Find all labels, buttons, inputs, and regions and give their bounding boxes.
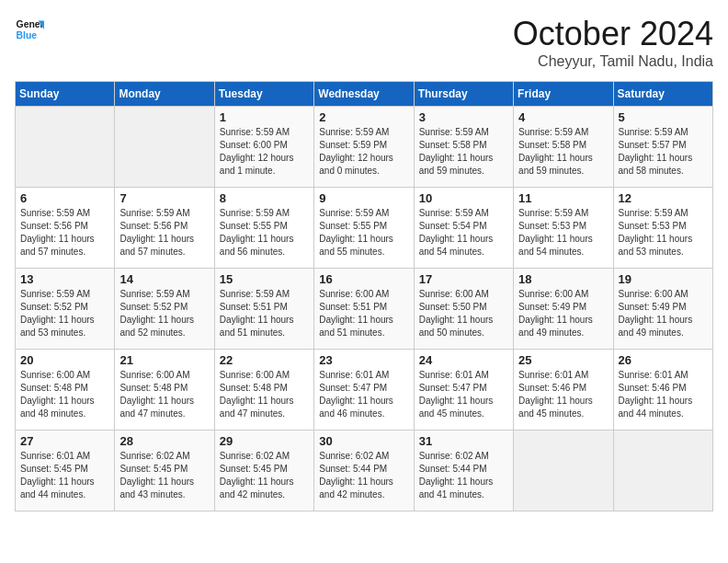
day-info: Sunrise: 6:02 AM Sunset: 5:45 PM Dayligh… [220,450,309,501]
calendar-cell: 14Sunrise: 5:59 AM Sunset: 5:52 PM Dayli… [115,269,214,350]
day-of-week-header: Thursday [414,82,513,107]
day-of-week-header: Tuesday [214,82,313,107]
calendar-cell: 28Sunrise: 6:02 AM Sunset: 5:45 PM Dayli… [115,431,214,511]
day-info: Sunrise: 5:59 AM Sunset: 5:58 PM Dayligh… [518,126,608,178]
calendar-cell: 16Sunrise: 6:00 AM Sunset: 5:51 PM Dayli… [314,269,414,350]
calendar-cell: 17Sunrise: 6:00 AM Sunset: 5:50 PM Dayli… [414,269,513,350]
day-info: Sunrise: 5:59 AM Sunset: 5:55 PM Dayligh… [319,207,408,259]
day-of-week-header: Sunday [16,82,115,107]
logo-icon: General Blue [15,15,44,44]
day-number: 2 [319,110,408,124]
day-info: Sunrise: 5:59 AM Sunset: 5:51 PM Dayligh… [220,288,309,339]
logo: General Blue [15,15,44,44]
day-info: Sunrise: 5:59 AM Sunset: 5:54 PM Dayligh… [419,207,508,259]
calendar-week-row: 13Sunrise: 5:59 AM Sunset: 5:52 PM Dayli… [16,269,713,350]
day-number: 4 [518,110,608,124]
day-info: Sunrise: 5:59 AM Sunset: 5:59 PM Dayligh… [319,126,408,178]
calendar-header-row: SundayMondayTuesdayWednesdayThursdayFrid… [16,82,713,107]
day-info: Sunrise: 6:01 AM Sunset: 5:47 PM Dayligh… [319,369,408,420]
day-of-week-header: Wednesday [314,82,414,107]
calendar-cell: 27Sunrise: 6:01 AM Sunset: 5:45 PM Dayli… [16,431,115,511]
day-number: 28 [119,434,209,448]
day-info: Sunrise: 5:59 AM Sunset: 5:52 PM Dayligh… [119,288,209,339]
day-number: 9 [319,191,408,205]
calendar-cell: 15Sunrise: 5:59 AM Sunset: 5:51 PM Dayli… [214,269,313,350]
calendar-cell [613,431,712,511]
calendar-cell [16,107,115,188]
calendar-cell: 4Sunrise: 5:59 AM Sunset: 5:58 PM Daylig… [514,107,613,188]
month-title: October 2024 [513,15,713,53]
day-number: 5 [619,110,708,124]
day-number: 30 [319,434,408,448]
day-info: Sunrise: 6:02 AM Sunset: 5:44 PM Dayligh… [419,450,508,501]
calendar-cell: 20Sunrise: 6:00 AM Sunset: 5:48 PM Dayli… [16,350,115,431]
calendar-cell: 30Sunrise: 6:02 AM Sunset: 5:44 PM Dayli… [314,431,414,511]
calendar-cell: 8Sunrise: 5:59 AM Sunset: 5:55 PM Daylig… [214,188,313,269]
day-number: 20 [20,353,109,367]
calendar-cell: 11Sunrise: 5:59 AM Sunset: 5:53 PM Dayli… [514,188,613,269]
day-number: 3 [419,110,508,124]
page-header: General Blue October 2024 Cheyyur, Tamil… [15,15,713,70]
calendar-cell: 24Sunrise: 6:01 AM Sunset: 5:47 PM Dayli… [414,350,513,431]
calendar-cell: 1Sunrise: 5:59 AM Sunset: 6:00 PM Daylig… [214,107,313,188]
day-info: Sunrise: 5:59 AM Sunset: 5:53 PM Dayligh… [518,207,608,259]
day-number: 25 [518,353,608,367]
calendar-week-row: 20Sunrise: 6:00 AM Sunset: 5:48 PM Dayli… [16,350,713,431]
day-number: 6 [20,191,109,205]
calendar-cell: 12Sunrise: 5:59 AM Sunset: 5:53 PM Dayli… [613,188,712,269]
day-number: 31 [419,434,508,448]
day-number: 21 [119,353,209,367]
day-info: Sunrise: 5:59 AM Sunset: 5:53 PM Dayligh… [619,207,708,259]
day-info: Sunrise: 6:00 AM Sunset: 5:49 PM Dayligh… [619,288,708,339]
day-number: 23 [319,353,408,367]
day-number: 12 [619,191,708,205]
calendar-cell: 6Sunrise: 5:59 AM Sunset: 5:56 PM Daylig… [16,188,115,269]
day-number: 22 [220,353,309,367]
day-info: Sunrise: 6:00 AM Sunset: 5:48 PM Dayligh… [119,369,209,420]
day-info: Sunrise: 6:00 AM Sunset: 5:51 PM Dayligh… [319,288,408,339]
calendar-cell: 18Sunrise: 6:00 AM Sunset: 5:49 PM Dayli… [514,269,613,350]
day-info: Sunrise: 6:00 AM Sunset: 5:48 PM Dayligh… [220,369,309,420]
day-info: Sunrise: 6:01 AM Sunset: 5:46 PM Dayligh… [619,369,708,420]
day-number: 13 [20,272,109,286]
day-info: Sunrise: 6:02 AM Sunset: 5:45 PM Dayligh… [119,450,209,501]
day-number: 15 [220,272,309,286]
day-number: 26 [619,353,708,367]
calendar-cell: 22Sunrise: 6:00 AM Sunset: 5:48 PM Dayli… [214,350,313,431]
svg-text:Blue: Blue [17,30,38,40]
day-number: 1 [220,110,309,124]
calendar-cell: 23Sunrise: 6:01 AM Sunset: 5:47 PM Dayli… [314,350,414,431]
day-info: Sunrise: 5:59 AM Sunset: 5:58 PM Dayligh… [419,126,508,178]
day-info: Sunrise: 6:00 AM Sunset: 5:48 PM Dayligh… [20,369,109,420]
calendar-cell [514,431,613,511]
day-number: 19 [619,272,708,286]
day-info: Sunrise: 5:59 AM Sunset: 5:56 PM Dayligh… [20,207,109,259]
day-number: 17 [419,272,508,286]
calendar-table: SundayMondayTuesdayWednesdayThursdayFrid… [15,81,713,511]
day-number: 7 [119,191,209,205]
calendar-cell: 9Sunrise: 5:59 AM Sunset: 5:55 PM Daylig… [314,188,414,269]
calendar-cell: 31Sunrise: 6:02 AM Sunset: 5:44 PM Dayli… [414,431,513,511]
calendar-cell: 26Sunrise: 6:01 AM Sunset: 5:46 PM Dayli… [613,350,712,431]
calendar-cell: 21Sunrise: 6:00 AM Sunset: 5:48 PM Dayli… [115,350,214,431]
calendar-cell [115,107,214,188]
day-info: Sunrise: 6:01 AM Sunset: 5:47 PM Dayligh… [419,369,508,420]
day-info: Sunrise: 5:59 AM Sunset: 5:52 PM Dayligh… [20,288,109,339]
calendar-week-row: 1Sunrise: 5:59 AM Sunset: 6:00 PM Daylig… [16,107,713,188]
day-of-week-header: Monday [115,82,214,107]
calendar-week-row: 27Sunrise: 6:01 AM Sunset: 5:45 PM Dayli… [16,431,713,511]
calendar-cell: 29Sunrise: 6:02 AM Sunset: 5:45 PM Dayli… [214,431,313,511]
calendar-cell: 5Sunrise: 5:59 AM Sunset: 5:57 PM Daylig… [613,107,712,188]
day-info: Sunrise: 6:01 AM Sunset: 5:45 PM Dayligh… [20,450,109,501]
day-number: 18 [518,272,608,286]
calendar-cell: 3Sunrise: 5:59 AM Sunset: 5:58 PM Daylig… [414,107,513,188]
calendar-week-row: 6Sunrise: 5:59 AM Sunset: 5:56 PM Daylig… [16,188,713,269]
calendar-cell: 25Sunrise: 6:01 AM Sunset: 5:46 PM Dayli… [514,350,613,431]
day-info: Sunrise: 6:00 AM Sunset: 5:50 PM Dayligh… [419,288,508,339]
day-info: Sunrise: 5:59 AM Sunset: 5:57 PM Dayligh… [619,126,708,178]
calendar-cell: 19Sunrise: 6:00 AM Sunset: 5:49 PM Dayli… [613,269,712,350]
day-number: 29 [220,434,309,448]
day-info: Sunrise: 6:02 AM Sunset: 5:44 PM Dayligh… [319,450,408,501]
calendar-cell: 10Sunrise: 5:59 AM Sunset: 5:54 PM Dayli… [414,188,513,269]
calendar-cell: 7Sunrise: 5:59 AM Sunset: 5:56 PM Daylig… [115,188,214,269]
